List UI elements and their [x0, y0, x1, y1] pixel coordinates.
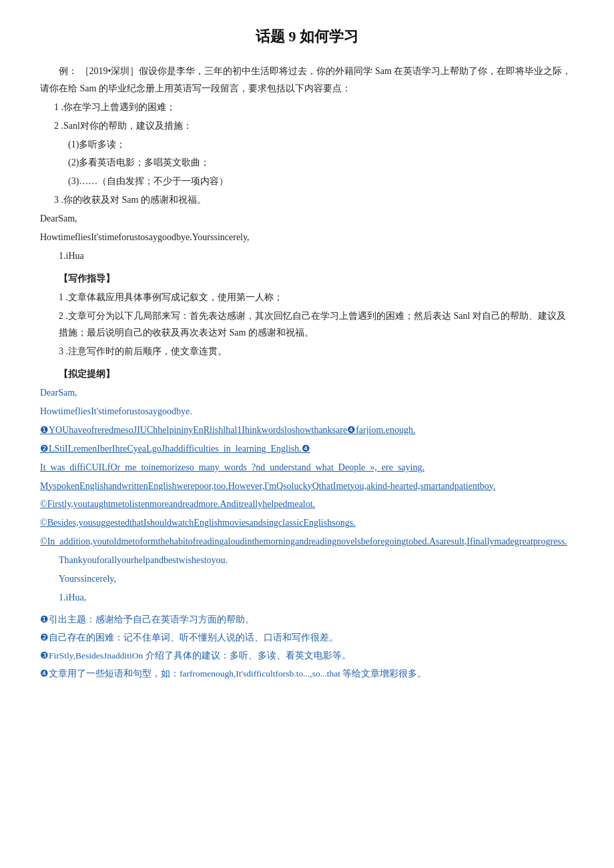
guide-heading: 【写作指导】 [40, 270, 574, 288]
annotation-1: ❶引出主题：感谢给予自己在英语学习方面的帮助。 [40, 612, 574, 628]
point-2: 2 .Sanl对你的帮助，建议及措施： [40, 117, 574, 135]
outline-heading: 【拟定提纲】 [40, 366, 574, 383]
page-title: 话题 9 如何学习 [40, 27, 574, 47]
annotations-section: ❶引出主题：感谢给予自己在英语学习方面的帮助。 ❷自己存在的困难：记不住单词、听… [40, 612, 574, 683]
salutation2: DearSam, [40, 384, 574, 402]
example-text: 例： ［2019•深圳］假设你是李华，三年的初中生活即将过去，你的外籍同学 Sa… [40, 63, 574, 97]
example-context: ［2019•深圳］假设你是李华，三年的初中生活即将过去，你的外籍同学 Sam 在… [40, 66, 571, 93]
example-label: 例： [59, 66, 77, 76]
annotation-3: ❸FirStly,BesidesJnadditiOn 介绍了具体的建议：多听、多… [40, 648, 574, 665]
essay-sentence7: ©In_addition,youtoldmetoformthehabitofre… [40, 533, 574, 550]
essay-sentence3: It_was_diffiCUILfOr_me_toinemorizeso_man… [40, 459, 574, 476]
essay-sentence2: ❷LStiILremenIberIhreCyeaLgoJhaddifficult… [40, 440, 574, 458]
point-2b: (2)多看英语电影；多唱英文歌曲； [40, 154, 574, 171]
thanks-line: Thankyouforallyourhelpandbestwishestoyou… [40, 552, 574, 569]
essay-sentence6: ©Besides,yousuggestedthatIshouldwatchEng… [40, 514, 574, 532]
essay-sentence4: MyspokenEnglishandwrittenEnglishwerepoor… [40, 478, 574, 495]
essay-body: ❶YOUhaveofreredmesoJIUChhelpininyEnRlish… [40, 422, 574, 550]
opening1: HowtimefliesIt'stimeforustosaygoodbye.Yo… [40, 229, 574, 246]
point-3: 3 .你的收获及对 Sam 的感谢和祝福。 [40, 191, 574, 209]
point-2a: (1)多听多读； [40, 136, 574, 153]
points-list: 1 .你在学习上曾遇到的困难； 2 .Sanl对你的帮助，建议及措施： (1)多… [40, 99, 574, 209]
salutation1: DearSam, [40, 210, 574, 228]
point-2c: (3)……（自由发挥；不少于一项内容） [40, 173, 574, 190]
sign2-line: 1.iHua, [40, 589, 574, 606]
guide-item-3: 3 .注意写作时的前后顺序，使文章连贯。 [40, 343, 574, 360]
annotation-4: ❹文章用了一些短语和句型，如：farfromenough,It'sdifficu… [40, 666, 574, 683]
point-1: 1 .你在学习上曾遇到的困难； [40, 99, 574, 116]
essay-sentence1: ❶YOUhaveofreredmesoJIUChhelpininyEnRlish… [40, 422, 574, 439]
guide-item-2: 2 .文章可分为以下几局部来写：首先表达感谢，其次回忆自己在学习上曾遇到的困难；… [40, 308, 574, 342]
essay-sentence5: ©Firstly,youtaughtmetolistenmoreandreadm… [40, 496, 574, 513]
guide-item-1: 1 .文章体裁应用具体事例写成记叙文，使用第一人称； [40, 289, 574, 306]
outline-section: 【拟定提纲】 DearSam, HowtimefliesIt'stimeforu… [40, 366, 574, 606]
guide-section: 【写作指导】 1 .文章体裁应用具体事例写成记叙文，使用第一人称； 2 .文章可… [40, 270, 574, 360]
closing-line: Yourssincerely, [40, 570, 574, 588]
annotation-2: ❷自己存在的困难：记不住单词、听不懂别人说的话、口语和写作很差。 [40, 630, 574, 646]
opening2: HowtimefliesIt'stimeforustosaygoodbye. [40, 403, 574, 420]
sign1: 1.iHua [40, 248, 574, 265]
example-section: 例： ［2019•深圳］假设你是李华，三年的初中生活即将过去，你的外籍同学 Sa… [40, 63, 574, 265]
